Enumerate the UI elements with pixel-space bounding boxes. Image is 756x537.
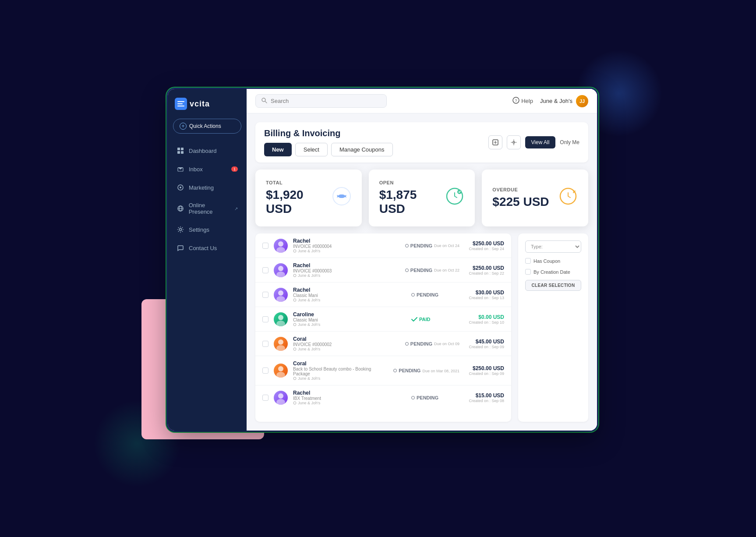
by-creation-date-checkbox[interactable] [525, 269, 531, 275]
row-checkbox[interactable] [262, 395, 268, 401]
amount-value: $15.00 USD [465, 392, 504, 399]
sidebar-item-contact-us[interactable]: Contact Us [171, 240, 243, 256]
help-label: Help [521, 98, 533, 104]
help-circle-icon: ? [512, 97, 519, 105]
manage-coupons-button[interactable]: Manage Coupons [331, 143, 393, 156]
user-avatar: JJ [576, 95, 588, 107]
invoice-amount: $250.00 USD Created on : Sep 09 [465, 365, 504, 376]
stat-card-open: OPEN $1,875 USD [369, 170, 475, 226]
only-me-button[interactable]: Only Me [560, 139, 579, 145]
row-checkbox[interactable] [262, 316, 268, 322]
billing-header-right: View All Only Me [488, 135, 580, 149]
invoice-amount: $45.00 USD Created on : Sep 09 [465, 339, 504, 349]
sidebar: vcita + Quick Actions Dashb [168, 89, 247, 431]
svg-point-9 [180, 229, 182, 231]
marketing-label: Marketing [189, 184, 214, 191]
new-button[interactable]: New [264, 143, 292, 156]
stat-card-total: TOTAL $1,920 USD [255, 170, 362, 226]
row-checkbox[interactable] [262, 367, 268, 374]
has-coupon-filter: Has Coupon [525, 258, 581, 264]
svg-point-27 [276, 296, 285, 302]
svg-point-35 [278, 366, 283, 371]
avatar [274, 288, 288, 302]
svg-text:?: ? [515, 99, 517, 103]
avatar [274, 239, 288, 253]
logo-icon [175, 98, 187, 110]
svg-point-30 [276, 321, 285, 326]
quick-actions-button[interactable]: + Quick Actions [173, 119, 241, 134]
contact-us-icon [177, 244, 184, 252]
sidebar-item-settings[interactable]: Settings [171, 221, 243, 238]
stat-open-left: OPEN $1,875 USD [379, 180, 445, 216]
created-date: Created on : Sep 10 [465, 320, 504, 325]
select-button[interactable]: Select [295, 143, 328, 156]
client-name: Caroline [293, 311, 406, 318]
svg-point-26 [278, 290, 283, 296]
invoice-number: IBX Treatment [293, 396, 406, 401]
quick-actions-label: Quick Actions [189, 123, 221, 129]
svg-point-15 [513, 141, 515, 143]
invoice-status: PENDING Due on Mar 08, 2021 [393, 368, 459, 373]
help-button[interactable]: ? Help [512, 97, 533, 105]
svg-point-33 [276, 345, 285, 351]
stat-open-label: OPEN [379, 180, 445, 185]
invoice-source: June & Joh's [293, 322, 406, 327]
created-date: Created on : Sep 09 [465, 371, 504, 376]
table-row: Rachel INVOICE #0000003 June & Joh's PEN… [255, 258, 511, 283]
app-logo: vcita [168, 98, 247, 119]
inbox-label: Inbox [189, 166, 203, 173]
svg-point-6 [180, 187, 181, 188]
sidebar-item-marketing[interactable]: Marketing [171, 179, 243, 196]
stat-overdue-label: OVERDUE [492, 187, 549, 192]
svg-point-25 [293, 274, 296, 277]
sidebar-item-dashboard[interactable]: Dashboard [171, 142, 243, 159]
invoice-info: Coral INVOICE #0000002 June & Joh's [293, 336, 400, 351]
sidebar-nav: Dashboard Inbox 1 [168, 142, 247, 422]
invoice-status: PENDING [411, 395, 459, 400]
invoice-amount: $15.00 USD Created on : Sep 08 [465, 392, 504, 403]
row-checkbox[interactable] [262, 341, 268, 347]
overdue-icon [558, 187, 578, 210]
table-row: Caroline Classic Mani June & Joh's PAID [255, 307, 511, 332]
has-coupon-checkbox[interactable] [525, 258, 531, 264]
page-title: Billing & Invoicing [264, 128, 393, 138]
invoice-source: June & Joh's [293, 376, 388, 381]
export-button[interactable] [488, 135, 502, 149]
search-bar[interactable] [255, 94, 387, 108]
invoice-status: PENDING Due on Oct 22 [405, 268, 459, 273]
avatar [274, 263, 288, 277]
client-name: Rachel [293, 390, 406, 396]
row-checkbox[interactable] [262, 267, 268, 273]
invoice-status: PENDING Due on Oct 24 [405, 243, 459, 248]
stat-total-label: TOTAL [266, 180, 332, 185]
invoice-source: June & Joh's [293, 273, 400, 278]
invoice-info: Coral Back to School Beauty combo - Book… [293, 360, 388, 381]
invoice-info: Rachel IBX Treatment June & Joh's [293, 390, 406, 405]
created-date: Created on : Sep 24 [465, 247, 504, 251]
browser-window: vcita + Quick Actions Dashb [168, 89, 597, 431]
created-date: Created on : Sep 13 [465, 296, 504, 300]
view-all-button[interactable]: View All [525, 136, 556, 148]
created-date: Created on : Sep 09 [465, 345, 504, 349]
row-checkbox[interactable] [262, 243, 268, 249]
sidebar-item-online-presence[interactable]: Online Presence ↗ [171, 198, 243, 219]
row-checkbox[interactable] [262, 292, 268, 298]
svg-rect-0 [177, 148, 180, 150]
invoice-amount: $30.00 USD Created on : Sep 13 [465, 290, 504, 300]
type-filter-select[interactable]: Type: [525, 240, 581, 253]
header-right: ? Help June & Joh's JJ [512, 95, 588, 107]
settings-button[interactable] [507, 135, 521, 149]
settings-label: Settings [189, 226, 209, 233]
created-date: Created on : Sep 08 [465, 399, 504, 403]
sidebar-item-inbox[interactable]: Inbox 1 [171, 161, 243, 177]
svg-point-24 [276, 272, 285, 277]
amount-value: $0.00 USD [465, 314, 504, 320]
amount-value: $45.00 USD [465, 339, 504, 345]
svg-point-23 [278, 266, 283, 271]
svg-point-22 [293, 250, 296, 252]
search-input[interactable] [271, 98, 381, 104]
stat-total-left: TOTAL $1,920 USD [266, 180, 332, 216]
user-menu-button[interactable]: June & Joh's JJ [540, 95, 588, 107]
clear-selection-button[interactable]: CLEAR SELECTION [525, 280, 581, 291]
client-name: Rachel [293, 238, 400, 244]
